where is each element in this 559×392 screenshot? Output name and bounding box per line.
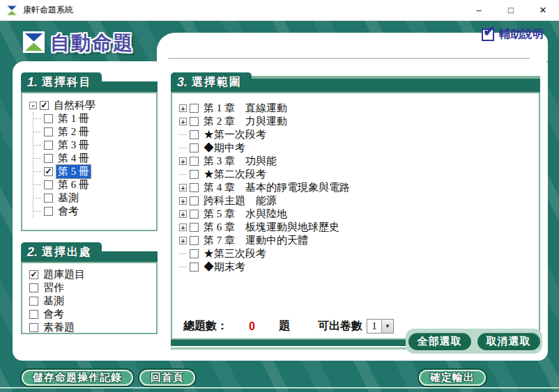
tree-label[interactable]: 第 4 冊	[56, 152, 91, 165]
checkbox-unchecked[interactable]	[190, 196, 199, 205]
checkbox-unchecked[interactable]	[44, 114, 53, 123]
checkbox-unchecked[interactable]	[29, 283, 38, 292]
select-all-button[interactable]: 全部選取	[408, 333, 471, 350]
checkbox-unchecked[interactable]	[190, 223, 199, 232]
tree-item[interactable]: 第 3 冊	[33, 139, 156, 152]
checkbox-unchecked[interactable]	[190, 117, 199, 126]
tree-label[interactable]: 第 3 章 功與能	[202, 155, 278, 168]
checkbox-unchecked[interactable]	[44, 127, 53, 136]
help-button[interactable]: 輔助說明	[482, 27, 544, 42]
checkbox-unchecked[interactable]	[190, 143, 199, 152]
tree-item[interactable]: 第 4 章 基本的靜電現象與電路	[179, 181, 539, 194]
tree-item-root[interactable]: 自然科學	[29, 99, 156, 112]
tree-item[interactable]: 第 1 冊	[33, 112, 156, 125]
expand-icon[interactable]	[179, 104, 187, 112]
expand-icon[interactable]	[179, 197, 187, 205]
deselect-button[interactable]: 取消選取	[477, 333, 540, 350]
tree-item[interactable]: 基測	[33, 191, 156, 205]
tree-label[interactable]: 第 4 章 基本的靜電現象與電路	[202, 181, 351, 194]
checkbox-unchecked[interactable]	[190, 249, 199, 258]
tree-label[interactable]: 第 6 冊	[56, 178, 91, 191]
source-label[interactable]: 基測	[42, 295, 66, 308]
source-label[interactable]: 習作	[42, 281, 66, 295]
checkbox-checked[interactable]	[40, 101, 49, 110]
expand-icon[interactable]	[179, 224, 187, 231]
checkbox-unchecked[interactable]	[190, 236, 199, 245]
tree-item-selected[interactable]: 第 5 冊	[33, 165, 156, 178]
tree-item[interactable]: 第 1 章 直線運動	[179, 102, 539, 115]
collapse-icon[interactable]	[29, 102, 37, 109]
source-item[interactable]: 素養題	[29, 321, 156, 334]
confirm-output-button[interactable]: 確定輸出	[419, 370, 486, 386]
checkbox-unchecked[interactable]	[29, 310, 38, 319]
source-item[interactable]: 基測	[29, 295, 156, 308]
tree-label[interactable]: 第 1 冊	[56, 112, 91, 125]
expand-icon[interactable]	[179, 237, 187, 244]
tree-item[interactable]: ★第二次段考	[179, 168, 539, 181]
checkbox-checked[interactable]	[29, 270, 38, 279]
source-item[interactable]: 習作	[29, 281, 156, 295]
source-label[interactable]: 會考	[42, 308, 66, 321]
save-record-button[interactable]: 儲存命題操作記錄	[22, 370, 133, 386]
tree-item[interactable]: 第 2 章 力與運動	[179, 115, 539, 128]
checkbox-unchecked[interactable]	[44, 207, 53, 216]
tree-label[interactable]: 跨科主題 能源	[202, 194, 278, 207]
tree-label[interactable]: ★第二次段考	[202, 168, 268, 181]
checkbox-unchecked[interactable]	[190, 104, 199, 113]
tree-item[interactable]: 跨科主題 能源	[179, 194, 539, 207]
minimize-button[interactable]: –	[463, 0, 495, 20]
expand-icon[interactable]	[179, 184, 187, 191]
checkbox-unchecked[interactable]	[44, 154, 53, 163]
checkbox-unchecked[interactable]	[44, 141, 53, 150]
tree-label[interactable]: 第 5 章 水與陸地	[202, 207, 289, 221]
tree-item[interactable]: ★第一次段考	[179, 128, 539, 141]
tree-item[interactable]: 第 4 冊	[33, 152, 156, 165]
source-label[interactable]: 題庫題目	[42, 268, 86, 281]
tree-label[interactable]: 第 1 章 直線運動	[202, 102, 289, 115]
expand-icon[interactable]	[179, 118, 187, 125]
tree-item[interactable]: 第 6 冊	[33, 178, 156, 191]
checkbox-unchecked[interactable]	[29, 297, 38, 306]
tree-item[interactable]: 第 6 章 板塊運動與地球歷史	[179, 221, 539, 234]
checkbox-unchecked[interactable]	[190, 262, 199, 272]
tree-item[interactable]: ◆期中考	[179, 141, 539, 155]
tree-label[interactable]: 會考	[56, 205, 80, 218]
checkbox-checked[interactable]	[44, 167, 53, 176]
tree-label[interactable]: 基測	[56, 191, 80, 205]
source-item[interactable]: 題庫題目	[29, 268, 156, 281]
checkbox-unchecked[interactable]	[190, 157, 199, 166]
tree-label[interactable]: 第 6 章 板塊運動與地球歷史	[202, 221, 341, 234]
papers-count-select[interactable]: 1 ▼	[367, 319, 394, 334]
expand-icon[interactable]	[179, 157, 187, 165]
tree-label[interactable]: 自然科學	[52, 99, 97, 112]
checkbox-unchecked[interactable]	[44, 180, 53, 189]
tree-label[interactable]: ◆期中考	[202, 141, 247, 155]
home-button[interactable]: 回首頁	[139, 370, 195, 386]
checkbox-unchecked[interactable]	[190, 183, 199, 192]
tree-item[interactable]: 第 2 冊	[33, 125, 156, 139]
source-label[interactable]: 素養題	[42, 321, 76, 334]
tree-item[interactable]: 第 7 章 運動中的天體	[179, 234, 539, 247]
tree-item[interactable]: 會考	[33, 205, 156, 218]
chevron-down-icon[interactable]: ▼	[381, 320, 393, 333]
tree-item[interactable]: 第 3 章 功與能	[179, 155, 539, 168]
tree-label[interactable]: 第 2 章 力與運動	[202, 115, 289, 128]
tree-label[interactable]: 第 3 冊	[56, 139, 91, 152]
tree-label-selected[interactable]: 第 5 冊	[56, 165, 91, 178]
tree-label[interactable]: ★第一次段考	[202, 128, 268, 141]
expand-icon[interactable]	[179, 210, 187, 218]
tree-item[interactable]: ◆期末考	[179, 260, 539, 274]
checkbox-unchecked[interactable]	[190, 130, 199, 139]
maximize-button[interactable]: □	[495, 0, 527, 20]
checkbox-unchecked[interactable]	[190, 210, 199, 219]
tree-label[interactable]: 第 7 章 運動中的天體	[202, 234, 309, 247]
close-button[interactable]: ✕	[527, 0, 559, 20]
tree-item[interactable]: ★第三次段考	[179, 247, 539, 260]
checkbox-unchecked[interactable]	[44, 194, 53, 203]
tree-label[interactable]: 第 2 冊	[56, 125, 91, 139]
source-item[interactable]: 會考	[29, 308, 156, 321]
tree-label[interactable]: ★第三次段考	[202, 247, 268, 260]
checkbox-unchecked[interactable]	[29, 323, 38, 332]
checkbox-unchecked[interactable]	[190, 170, 199, 179]
tree-item[interactable]: 第 5 章 水與陸地	[179, 207, 539, 221]
